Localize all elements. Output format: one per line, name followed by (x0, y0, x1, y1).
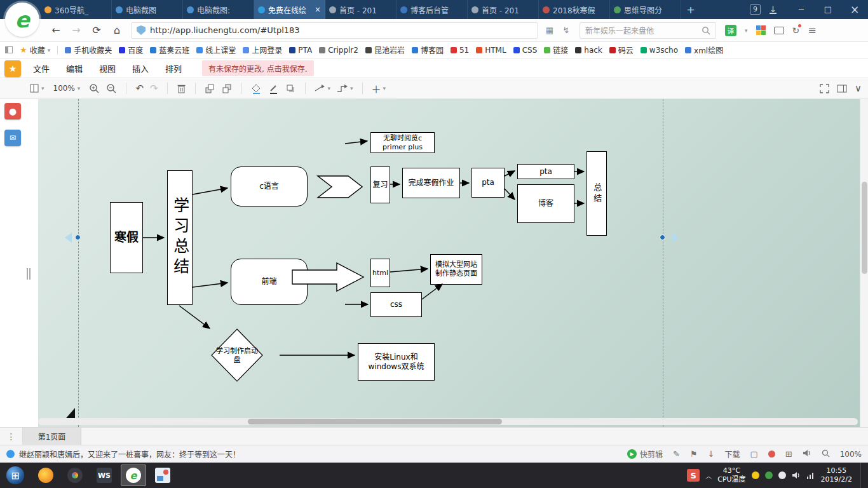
browser-tab-active[interactable]: 免费在线绘× (254, 0, 325, 19)
taskbar-app-firefox[interactable] (33, 464, 58, 486)
tab-count-badge[interactable]: 9 (750, 4, 761, 15)
url-input[interactable] (150, 25, 532, 35)
bookmark-item[interactable]: Cripplr2 (319, 46, 358, 55)
bring-to-front-button[interactable] (205, 83, 215, 94)
edge-xuexizongjie-cyuyan[interactable] (193, 188, 227, 194)
zoom-out-button[interactable] (106, 83, 117, 94)
flow-node-css[interactable]: css (370, 292, 422, 317)
sogou-input-icon[interactable]: S (687, 469, 700, 482)
browser-tab[interactable]: 首页 - 201 (325, 0, 397, 19)
menu-icon[interactable]: ≡ (808, 24, 816, 36)
unsaved-changes-notice[interactable]: 有未保存的更改, 点击我保存. (202, 60, 313, 76)
browser-tab[interactable]: 电脑截图: (183, 0, 254, 19)
speed-mode-icon[interactable]: ↯ (558, 25, 574, 35)
tab-close-icon[interactable]: × (313, 5, 321, 14)
edge-css-moni[interactable] (422, 284, 442, 299)
selection-handle[interactable] (75, 234, 81, 240)
menu-insert[interactable]: 插入 (132, 62, 149, 74)
maximize-button[interactable]: □ (815, 0, 841, 19)
refresh-button[interactable]: ⟳ (86, 24, 107, 36)
flow-node-anzhuang[interactable]: 安装Linux和windows双系统 (358, 343, 435, 381)
page-tab[interactable]: 第1页面 (23, 428, 81, 445)
bookmark-item[interactable]: 上网登录 (243, 44, 282, 55)
taskbar-app-360browser[interactable]: e (121, 464, 146, 486)
flow-node-fuxi[interactable]: 复习 (370, 166, 390, 203)
bookmark-favorites[interactable]: ★收藏▾ (20, 44, 50, 55)
browser-tab[interactable]: 博客后台管 (397, 0, 468, 19)
cpu-temperature[interactable]: 43°C CPU温度 (717, 466, 745, 484)
browser-tab[interactable]: 360导航_ (41, 0, 112, 19)
flow-node-wuliao[interactable]: 无聊时阅览c primer plus (370, 132, 435, 153)
scroll-right-arrow-icon[interactable] (672, 233, 679, 243)
url-box[interactable] (131, 22, 538, 39)
page-view-button[interactable]: ▾ (29, 83, 44, 93)
bookmark-item[interactable]: CSS (513, 46, 538, 55)
shadow-button[interactable] (285, 83, 296, 94)
tray-icon-green[interactable] (765, 471, 773, 479)
minimize-button[interactable]: ─ (788, 0, 815, 19)
edge-pta1-boke[interactable] (505, 189, 515, 200)
mail-gadget-icon[interactable]: ✉ (4, 130, 21, 146)
flow-node-pta1[interactable]: pta (471, 168, 505, 198)
new-tab-button[interactable]: + (681, 0, 700, 19)
bookmark-item[interactable]: 链接 (544, 44, 568, 55)
edge-xuexizongjie-qianduan[interactable] (193, 283, 227, 287)
speaker-icon[interactable] (803, 449, 811, 459)
show-desktop-button[interactable] (860, 463, 864, 488)
download-label[interactable]: 下载 (724, 449, 740, 459)
taskbar-app-screenshot[interactable] (150, 464, 175, 486)
bookmark-item[interactable]: hack (575, 46, 602, 55)
back-button[interactable]: ← (46, 24, 66, 36)
flow-node-html[interactable]: html (370, 259, 390, 287)
vertical-scrollbar[interactable] (860, 99, 868, 427)
menu-edit[interactable]: 编辑 (66, 62, 83, 74)
bookmark-item[interactable]: 线上课堂 (196, 44, 236, 55)
screenshot-icon[interactable]: ▢ (750, 449, 757, 459)
start-button[interactable]: ⊞ (6, 466, 24, 484)
flag-icon[interactable]: ⚑ (690, 449, 698, 459)
record-icon[interactable] (768, 451, 775, 458)
flow-node-cyuyan[interactable]: c语言 (231, 166, 308, 207)
panel-drag-handle[interactable] (27, 268, 31, 280)
note-icon[interactable]: ✎ (673, 449, 680, 459)
format-panel-button[interactable] (837, 85, 847, 93)
zoom-in-button[interactable] (89, 83, 100, 94)
taskbar-app-browser2[interactable] (62, 464, 88, 486)
browser-tab[interactable]: 思维导图分 (610, 0, 681, 19)
forward-button[interactable]: → (66, 24, 86, 36)
insert-shape-button[interactable]: ＋▾ (372, 82, 386, 95)
network-signal-icon[interactable] (806, 470, 815, 482)
news-ticker[interactable]: 继赵丽颖和唐嫣后，又迎来了一桩喜事，网友：终于等到这一天！ (19, 449, 240, 459)
chevron-down-icon[interactable]: ▾ (745, 27, 748, 34)
sidebar-toggle-icon[interactable] (5, 46, 13, 53)
line-color-button[interactable] (268, 83, 279, 94)
collapse-toolbar-icon[interactable]: ∨ (855, 83, 862, 94)
edge-xuexizongjie-qidongpan[interactable] (179, 306, 210, 329)
send-to-back-button[interactable] (222, 83, 233, 94)
fit-page-button[interactable] (820, 84, 829, 93)
tray-expand-icon[interactable]: ︿ (705, 471, 712, 480)
editor-canvas[interactable]: 寒假 学习总结 c语言 复习 无聊时阅览c primer plus 完成寒假作业… (0, 99, 868, 427)
bookmark-item[interactable]: 百度 (119, 44, 143, 55)
browser-logo-icon[interactable]: e (5, 3, 39, 37)
bookmark-item[interactable]: 昆池岩岩 (365, 44, 405, 55)
chevron-shape[interactable] (318, 176, 362, 198)
edge-fuxi-wuliao[interactable] (345, 141, 367, 144)
horizontal-scrollbar-thumb[interactable] (248, 419, 502, 424)
edge-pta1-pta2[interactable] (505, 171, 515, 176)
apps-grid-icon[interactable] (756, 25, 766, 35)
zoom-icon[interactable] (822, 449, 830, 459)
bookmark-item[interactable]: 手机收藏夹 (65, 44, 112, 55)
apps-grid-icon[interactable]: ⊞ (785, 449, 792, 459)
menu-view[interactable]: 视图 (99, 62, 116, 74)
qr-code-icon[interactable]: ▦ (541, 25, 558, 35)
taskbar-app-wps[interactable]: WS (92, 464, 117, 486)
scroll-left-arrow-icon[interactable] (65, 233, 72, 243)
menu-arrange[interactable]: 排列 (165, 62, 182, 74)
taskbar-clock[interactable]: 10:55 2019/2/2 (821, 466, 852, 485)
search-input[interactable] (585, 26, 702, 35)
bookmark-item[interactable]: 51 (451, 46, 469, 55)
bookmark-item[interactable]: HTML (476, 46, 506, 55)
flow-node-qidongpan-label[interactable]: 学习制作启动盘 (214, 341, 261, 370)
bookmark-item[interactable]: 蓝奏云班 (150, 44, 189, 55)
